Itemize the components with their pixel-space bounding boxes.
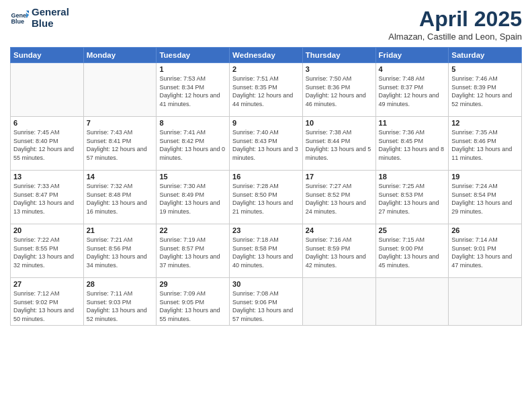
day-info: Sunrise: 7:19 AMSunset: 8:57 PMDaylight:… bbox=[159, 236, 226, 269]
logo-general: General bbox=[32, 7, 69, 18]
table-row: 15 Sunrise: 7:30 AMSunset: 8:49 PMDaylig… bbox=[157, 171, 230, 224]
day-number: 29 bbox=[159, 280, 226, 288]
day-info: Sunrise: 7:22 AMSunset: 8:55 PMDaylight:… bbox=[13, 236, 81, 269]
day-number: 7 bbox=[87, 119, 154, 127]
day-number: 3 bbox=[306, 65, 373, 73]
day-info: Sunrise: 7:18 AMSunset: 8:58 PMDaylight:… bbox=[232, 236, 300, 269]
day-number: 5 bbox=[451, 65, 519, 73]
logo-blue: Blue bbox=[32, 18, 69, 30]
day-number: 6 bbox=[13, 119, 81, 127]
header-saturday: Saturday bbox=[449, 48, 522, 63]
table-row: 18 Sunrise: 7:25 AMSunset: 8:53 PMDaylig… bbox=[375, 171, 449, 224]
table-row: 16 Sunrise: 7:28 AMSunset: 8:50 PMDaylig… bbox=[230, 171, 303, 224]
table-row: 19 Sunrise: 7:24 AMSunset: 8:54 PMDaylig… bbox=[449, 171, 522, 224]
day-number: 13 bbox=[13, 173, 81, 181]
table-row bbox=[83, 63, 157, 117]
day-number: 24 bbox=[306, 226, 373, 234]
table-row bbox=[302, 278, 375, 326]
day-info: Sunrise: 7:27 AMSunset: 8:52 PMDaylight:… bbox=[306, 182, 373, 216]
table-row: 28 Sunrise: 7:11 AMSunset: 9:03 PMDaylig… bbox=[83, 278, 157, 326]
table-row: 14 Sunrise: 7:32 AMSunset: 8:48 PMDaylig… bbox=[83, 171, 157, 224]
header-thursday: Thursday bbox=[302, 48, 375, 63]
day-info: Sunrise: 7:15 AMSunset: 9:00 PMDaylight:… bbox=[379, 236, 446, 269]
table-row: 10 Sunrise: 7:38 AMSunset: 8:44 PMDaylig… bbox=[302, 117, 375, 171]
header: General Blue General Blue April 2025 Alm… bbox=[10, 7, 522, 42]
day-info: Sunrise: 7:08 AMSunset: 9:06 PMDaylight:… bbox=[232, 289, 300, 323]
table-row: 7 Sunrise: 7:43 AMSunset: 8:41 PMDayligh… bbox=[83, 117, 157, 171]
day-number: 18 bbox=[379, 173, 446, 181]
day-number: 17 bbox=[306, 173, 373, 181]
day-info: Sunrise: 7:51 AMSunset: 8:35 PMDaylight:… bbox=[232, 75, 300, 108]
day-info: Sunrise: 7:33 AMSunset: 8:47 PMDaylight:… bbox=[13, 182, 81, 216]
day-number: 11 bbox=[379, 119, 446, 127]
header-monday: Monday bbox=[83, 48, 157, 63]
day-info: Sunrise: 7:43 AMSunset: 8:41 PMDaylight:… bbox=[87, 128, 154, 162]
day-info: Sunrise: 7:46 AMSunset: 8:39 PMDaylight:… bbox=[451, 75, 519, 108]
calendar-table: Sunday Monday Tuesday Wednesday Thursday… bbox=[10, 47, 522, 326]
day-info: Sunrise: 7:21 AMSunset: 8:56 PMDaylight:… bbox=[87, 236, 154, 269]
day-info: Sunrise: 7:14 AMSunset: 9:01 PMDaylight:… bbox=[451, 236, 519, 269]
day-number: 15 bbox=[159, 173, 226, 181]
table-row: 5 Sunrise: 7:46 AMSunset: 8:39 PMDayligh… bbox=[449, 63, 522, 117]
day-number: 27 bbox=[13, 280, 81, 288]
table-row: 25 Sunrise: 7:15 AMSunset: 9:00 PMDaylig… bbox=[375, 224, 449, 278]
table-row: 9 Sunrise: 7:40 AMSunset: 8:43 PMDayligh… bbox=[230, 117, 303, 171]
page: General Blue General Blue April 2025 Alm… bbox=[0, 0, 532, 411]
table-row: 8 Sunrise: 7:41 AMSunset: 8:42 PMDayligh… bbox=[157, 117, 230, 171]
table-row: 26 Sunrise: 7:14 AMSunset: 9:01 PMDaylig… bbox=[449, 224, 522, 278]
day-number: 30 bbox=[232, 280, 300, 288]
calendar-title: April 2025 bbox=[388, 7, 522, 32]
table-row bbox=[375, 278, 449, 326]
table-row: 11 Sunrise: 7:36 AMSunset: 8:45 PMDaylig… bbox=[375, 117, 449, 171]
day-info: Sunrise: 7:40 AMSunset: 8:43 PMDaylight:… bbox=[232, 128, 300, 162]
day-info: Sunrise: 7:48 AMSunset: 8:37 PMDaylight:… bbox=[379, 75, 446, 108]
day-number: 10 bbox=[306, 119, 373, 127]
day-info: Sunrise: 7:53 AMSunset: 8:34 PMDaylight:… bbox=[159, 75, 226, 108]
table-row: 22 Sunrise: 7:19 AMSunset: 8:57 PMDaylig… bbox=[157, 224, 230, 278]
day-number: 22 bbox=[159, 226, 226, 234]
header-wednesday: Wednesday bbox=[230, 48, 303, 63]
day-number: 26 bbox=[451, 226, 519, 234]
table-row: 30 Sunrise: 7:08 AMSunset: 9:06 PMDaylig… bbox=[230, 278, 303, 326]
day-number: 25 bbox=[379, 226, 446, 234]
weekday-header-row: Sunday Monday Tuesday Wednesday Thursday… bbox=[11, 48, 522, 63]
day-number: 8 bbox=[159, 119, 226, 127]
table-row: 1 Sunrise: 7:53 AMSunset: 8:34 PMDayligh… bbox=[157, 63, 230, 117]
table-row: 12 Sunrise: 7:35 AMSunset: 8:46 PMDaylig… bbox=[449, 117, 522, 171]
day-number: 12 bbox=[451, 119, 519, 127]
calendar-subtitle: Almazan, Castille and Leon, Spain bbox=[388, 32, 522, 42]
table-row: 29 Sunrise: 7:09 AMSunset: 9:05 PMDaylig… bbox=[157, 278, 230, 326]
day-number: 2 bbox=[232, 65, 300, 73]
day-info: Sunrise: 7:32 AMSunset: 8:48 PMDaylight:… bbox=[87, 182, 154, 216]
day-info: Sunrise: 7:45 AMSunset: 8:40 PMDaylight:… bbox=[13, 128, 81, 162]
day-number: 14 bbox=[87, 173, 154, 181]
day-number: 1 bbox=[159, 65, 226, 73]
day-info: Sunrise: 7:09 AMSunset: 9:05 PMDaylight:… bbox=[159, 289, 226, 323]
day-number: 9 bbox=[232, 119, 300, 127]
title-block: April 2025 Almazan, Castille and Leon, S… bbox=[388, 7, 522, 42]
day-info: Sunrise: 7:36 AMSunset: 8:45 PMDaylight:… bbox=[379, 128, 446, 162]
day-number: 21 bbox=[87, 226, 154, 234]
header-friday: Friday bbox=[375, 48, 449, 63]
table-row: 13 Sunrise: 7:33 AMSunset: 8:47 PMDaylig… bbox=[11, 171, 84, 224]
table-row bbox=[449, 278, 522, 326]
day-info: Sunrise: 7:41 AMSunset: 8:42 PMDaylight:… bbox=[159, 128, 226, 162]
table-row: 21 Sunrise: 7:21 AMSunset: 8:56 PMDaylig… bbox=[83, 224, 157, 278]
day-number: 28 bbox=[87, 280, 154, 288]
header-tuesday: Tuesday bbox=[157, 48, 230, 63]
table-row: 20 Sunrise: 7:22 AMSunset: 8:55 PMDaylig… bbox=[11, 224, 84, 278]
table-row: 24 Sunrise: 7:16 AMSunset: 8:59 PMDaylig… bbox=[302, 224, 375, 278]
day-number: 23 bbox=[232, 226, 300, 234]
day-info: Sunrise: 7:30 AMSunset: 8:49 PMDaylight:… bbox=[159, 182, 226, 216]
day-info: Sunrise: 7:28 AMSunset: 8:50 PMDaylight:… bbox=[232, 182, 300, 216]
day-number: 4 bbox=[379, 65, 446, 73]
day-number: 19 bbox=[451, 173, 519, 181]
table-row: 23 Sunrise: 7:18 AMSunset: 8:58 PMDaylig… bbox=[230, 224, 303, 278]
table-row: 27 Sunrise: 7:12 AMSunset: 9:02 PMDaylig… bbox=[11, 278, 84, 326]
day-info: Sunrise: 7:25 AMSunset: 8:53 PMDaylight:… bbox=[379, 182, 446, 216]
table-row: 4 Sunrise: 7:48 AMSunset: 8:37 PMDayligh… bbox=[375, 63, 449, 117]
table-row: 6 Sunrise: 7:45 AMSunset: 8:40 PMDayligh… bbox=[11, 117, 84, 171]
table-row bbox=[11, 63, 84, 117]
day-info: Sunrise: 7:11 AMSunset: 9:03 PMDaylight:… bbox=[87, 289, 154, 323]
logo: General Blue General Blue bbox=[10, 7, 69, 29]
